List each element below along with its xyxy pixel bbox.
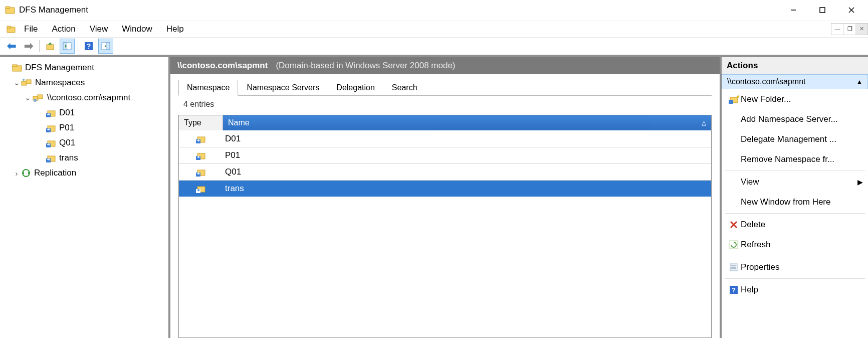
toolbar: ⬅ ➡ ? xyxy=(0,37,868,55)
collapsed-twisty-icon[interactable]: › xyxy=(12,169,21,178)
grid-cell-name: D01 xyxy=(223,134,711,144)
grid-row[interactable]: D01 xyxy=(179,130,711,147)
svg-rect-43 xyxy=(196,189,200,193)
tree-label: trans xyxy=(59,153,78,163)
action-separator xyxy=(725,278,865,279)
tree-node-folder[interactable]: trans xyxy=(0,150,168,165)
action-label: Help xyxy=(741,285,868,295)
svg-rect-7 xyxy=(7,26,11,28)
action-delegate-management[interactable]: Delegate Management ... xyxy=(722,129,868,149)
help-button[interactable]: ? xyxy=(81,39,96,54)
tree-node-root[interactable]: DFS Management xyxy=(0,60,168,75)
menu-window[interactable]: Window xyxy=(115,22,159,36)
show-hide-action-pane-button[interactable] xyxy=(98,39,113,54)
delete-icon xyxy=(727,220,741,229)
grid-row[interactable]: Q01 xyxy=(179,163,711,180)
action-label: Add Namespace Server... xyxy=(741,114,868,124)
tab-namespace[interactable]: Namespace xyxy=(178,80,238,96)
svg-rect-3 xyxy=(820,8,825,13)
svg-rect-15 xyxy=(107,43,110,50)
folder-grid: Type Name △ D01P01Q01trans xyxy=(178,115,712,338)
content-mode: (Domain-based in Windows Server 2008 mod… xyxy=(276,61,455,71)
action-refresh[interactable]: Refresh xyxy=(722,235,868,255)
svg-rect-30 xyxy=(46,143,51,147)
action-view[interactable]: View ▶ xyxy=(722,172,868,192)
close-button[interactable] xyxy=(837,1,866,19)
action-new-folder[interactable]: ✦ New Folder... xyxy=(722,89,868,109)
forward-button[interactable]: ➡ xyxy=(21,39,36,54)
menu-help[interactable]: Help xyxy=(159,22,191,36)
actions-pane: Actions \\contoso.com\sapmnt ▲ ✦ New Fol… xyxy=(722,55,868,338)
action-label: New Folder... xyxy=(741,94,868,104)
submenu-arrow-icon: ▶ xyxy=(857,178,863,186)
minimize-button[interactable] xyxy=(779,1,808,19)
grid-row[interactable]: trans xyxy=(179,180,711,197)
menu-action[interactable]: Action xyxy=(45,22,82,36)
action-separator xyxy=(725,256,865,256)
mdi-restore-button[interactable]: ❐ xyxy=(843,24,855,35)
grid-cell-name: P01 xyxy=(223,150,711,160)
tab-strip: Namespace Namespace Servers Delegation S… xyxy=(178,79,712,96)
tree-node-folder[interactable]: D01 xyxy=(0,105,168,120)
back-button[interactable]: ⬅ xyxy=(4,39,19,54)
mmc-icon xyxy=(5,25,17,34)
arrow-left-icon: ⬅ xyxy=(7,40,16,53)
tree-node-namespace-path[interactable]: ⌄ \\contoso.com\sapmnt xyxy=(0,90,168,105)
expanded-twisty-icon[interactable]: ⌄ xyxy=(23,93,32,102)
dfs-folder-icon xyxy=(196,134,206,143)
svg-point-24 xyxy=(34,99,37,102)
menu-file[interactable]: File xyxy=(17,22,45,36)
grid-row[interactable]: P01 xyxy=(179,147,711,163)
replication-icon xyxy=(21,168,31,178)
dfs-folder-icon xyxy=(46,123,56,132)
column-name[interactable]: Name △ xyxy=(223,115,711,130)
svg-rect-26 xyxy=(46,113,51,117)
grid-cell-type xyxy=(179,151,223,160)
namespaces-icon xyxy=(21,78,32,87)
tree-node-namespaces[interactable]: ⌄ Namespaces xyxy=(0,75,168,90)
action-remove-namespace[interactable]: Remove Namespace fr... xyxy=(722,149,868,170)
svg-rect-23 xyxy=(38,95,43,99)
tree-label: DFS Management xyxy=(25,63,94,73)
expanded-twisty-icon[interactable]: ⌄ xyxy=(12,78,21,87)
actions-section-label: \\contoso.com\sapmnt xyxy=(727,77,806,86)
action-delete[interactable]: Delete xyxy=(722,215,868,235)
mdi-close-button[interactable]: ✕ xyxy=(855,24,867,35)
content-path: \\contoso.com\sapmnt xyxy=(177,61,268,71)
maximize-button[interactable] xyxy=(808,1,837,19)
action-label: Remove Namespace fr... xyxy=(741,154,868,164)
tab-search[interactable]: Search xyxy=(383,80,426,96)
entries-count: 4 entries xyxy=(178,96,712,113)
action-label: Delete xyxy=(741,220,868,230)
menu-view[interactable]: View xyxy=(83,22,115,36)
column-name-label: Name xyxy=(228,118,250,127)
svg-text:✦: ✦ xyxy=(736,95,739,99)
tab-namespace-servers[interactable]: Namespace Servers xyxy=(238,80,328,96)
action-new-window[interactable]: New Window from Here xyxy=(722,192,868,212)
arrow-right-icon: ➡ xyxy=(24,40,33,53)
action-label: Refresh xyxy=(741,240,868,250)
tree-pane: DFS Management ⌄ Namespaces ⌄ \\contoso.… xyxy=(0,55,170,338)
tab-delegation[interactable]: Delegation xyxy=(328,80,383,96)
action-label: Delegate Management ... xyxy=(741,134,868,144)
mdi-minimize-button[interactable]: — xyxy=(831,24,843,35)
center-pane: \\contoso.com\sapmnt (Domain-based in Wi… xyxy=(170,55,722,338)
show-hide-tree-button[interactable] xyxy=(60,39,75,54)
action-properties[interactable]: Properties xyxy=(722,257,868,277)
tree-node-replication[interactable]: › Replication xyxy=(0,165,168,181)
action-separator xyxy=(725,171,865,171)
svg-rect-20 xyxy=(26,80,31,84)
up-button[interactable] xyxy=(43,39,58,54)
namespace-icon xyxy=(32,93,44,102)
grid-cell-name: trans xyxy=(223,184,711,194)
action-help[interactable]: ? Help xyxy=(722,280,868,300)
window-controls xyxy=(779,1,866,19)
tree-node-folder[interactable]: Q01 xyxy=(0,135,168,150)
column-type[interactable]: Type xyxy=(179,115,223,130)
action-add-namespace-server[interactable]: Add Namespace Server... xyxy=(722,109,868,129)
tree-node-folder[interactable]: P01 xyxy=(0,120,168,135)
dfs-folder-icon xyxy=(196,184,206,193)
collapse-section-icon[interactable]: ▲ xyxy=(856,78,862,85)
title-bar: DFS Management xyxy=(0,0,868,20)
actions-section-header[interactable]: \\contoso.com\sapmnt ▲ xyxy=(722,74,868,89)
